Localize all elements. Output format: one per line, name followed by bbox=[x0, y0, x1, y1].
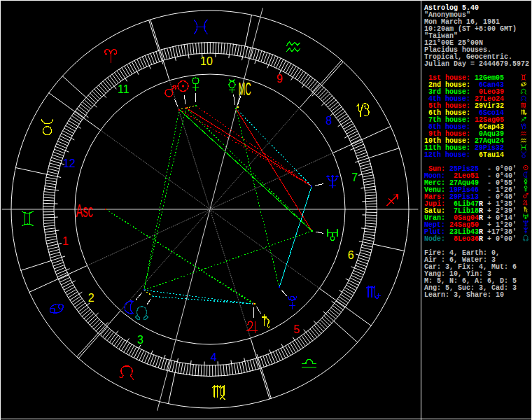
svg-text:5: 5 bbox=[293, 323, 300, 335]
svg-text:2: 2 bbox=[88, 292, 94, 304]
svg-text:12: 12 bbox=[63, 158, 76, 169]
svg-text:6: 6 bbox=[348, 249, 354, 261]
svg-text:Asc: Asc bbox=[76, 202, 93, 220]
svg-text:8: 8 bbox=[326, 115, 332, 127]
svg-text:1: 1 bbox=[62, 235, 69, 247]
svg-text:4: 4 bbox=[211, 351, 217, 363]
svg-text:9: 9 bbox=[276, 73, 283, 85]
svg-text:10: 10 bbox=[200, 55, 213, 67]
svg-text:MC: MC bbox=[239, 79, 251, 99]
svg-text:7: 7 bbox=[351, 172, 358, 183]
svg-text:11: 11 bbox=[118, 83, 130, 95]
svg-text:3: 3 bbox=[137, 334, 144, 346]
